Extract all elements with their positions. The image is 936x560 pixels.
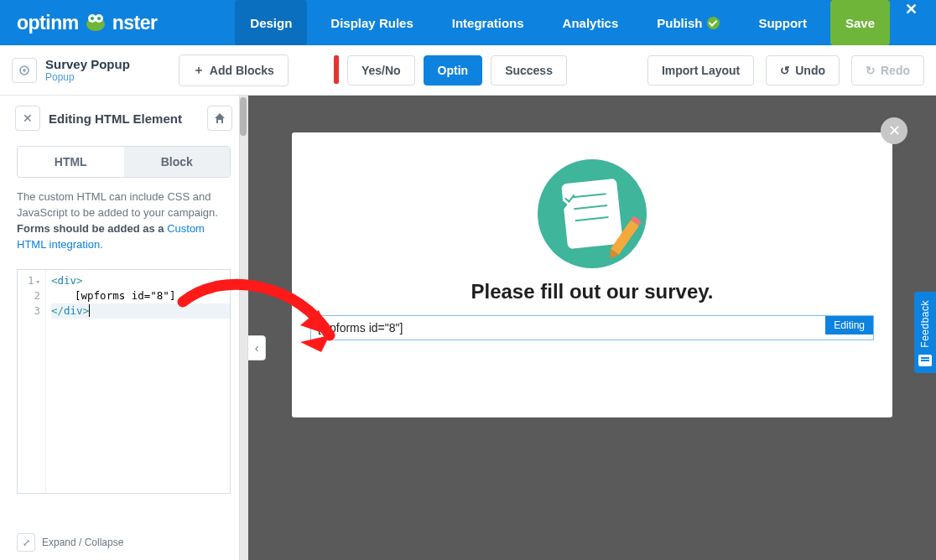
redo-button[interactable]: ↻Redo bbox=[851, 55, 924, 86]
desc-bold: Forms should be added as a bbox=[17, 222, 167, 235]
nav-integrations[interactable]: Integrations bbox=[437, 0, 539, 45]
fold-icon[interactable]: ▾ bbox=[36, 277, 40, 286]
sidebar-close-button[interactable]: ✕ bbox=[15, 106, 40, 131]
line-number-3: 3 bbox=[18, 303, 40, 319]
plus-icon: ＋ bbox=[193, 63, 205, 78]
code-l1-open: < bbox=[51, 274, 58, 287]
desc-text: The custom HTML can include CSS and Java… bbox=[17, 190, 218, 219]
mode-group: Yes/No Optin Success bbox=[334, 55, 567, 86]
tab-html[interactable]: HTML bbox=[18, 147, 124, 177]
campaign-card: Survey Popup Popup bbox=[12, 57, 130, 83]
logo: optinm nster bbox=[17, 12, 157, 34]
survey-clipboard-icon bbox=[538, 159, 647, 268]
feedback-label: Feedback bbox=[919, 300, 931, 348]
logo-monster-icon bbox=[84, 13, 107, 32]
campaign-gear-icon[interactable] bbox=[12, 58, 37, 83]
yesno-indicator bbox=[334, 55, 339, 84]
sidebar-footer: ⤢ Expand / Collapse bbox=[0, 528, 247, 560]
campaign-subtitle[interactable]: Popup bbox=[45, 71, 130, 83]
code-editor[interactable]: 1▾ 2 3 <div> [wpforms id="8"] </div> bbox=[17, 269, 231, 494]
campaign-title: Survey Popup bbox=[45, 57, 130, 71]
sidebar-header: ✕ Editing HTML Element bbox=[0, 96, 247, 141]
nav-publish-label: Publish bbox=[657, 16, 702, 30]
code-l3-open: </ bbox=[51, 304, 64, 317]
code-lines: <div> [wpforms id="8"] </div> bbox=[46, 270, 230, 319]
svg-point-6 bbox=[23, 69, 26, 72]
tab-block[interactable]: Block bbox=[124, 147, 231, 177]
nav-publish[interactable]: Publish bbox=[642, 0, 735, 45]
code-gutter: 1▾ 2 3 bbox=[18, 270, 46, 493]
redo-icon: ↻ bbox=[866, 64, 876, 77]
sidebar-scrollbar[interactable] bbox=[239, 96, 247, 560]
nav-analytics[interactable]: Analytics bbox=[548, 0, 634, 45]
svg-point-4 bbox=[97, 17, 101, 20]
feedback-tab[interactable]: Feedback bbox=[914, 292, 936, 373]
sidebar-description: The custom HTML can include CSS and Java… bbox=[0, 189, 247, 262]
logo-text-pre: optinm bbox=[17, 12, 79, 34]
mode-yesno-button[interactable]: Yes/No bbox=[347, 55, 415, 86]
top-nav: optinm nster Design Display Rules Integr… bbox=[0, 0, 936, 45]
nav-display-rules[interactable]: Display Rules bbox=[315, 0, 428, 45]
nav-items: Design Display Rules Integrations Analyt… bbox=[157, 0, 936, 45]
nav-support[interactable]: Support bbox=[743, 0, 822, 45]
sidebar-home-button[interactable] bbox=[207, 106, 232, 131]
expand-icon[interactable]: ⤢ bbox=[17, 533, 35, 552]
import-layout-button[interactable]: Import Layout bbox=[647, 55, 754, 86]
undo-label: Undo bbox=[795, 64, 825, 77]
mode-success-button[interactable]: Success bbox=[491, 55, 567, 86]
add-blocks-button[interactable]: ＋Add Blocks bbox=[179, 54, 289, 86]
publish-check-icon bbox=[707, 17, 720, 29]
undo-icon: ↺ bbox=[780, 64, 790, 77]
code-l1-tag: div bbox=[58, 274, 77, 287]
sidebar: ✕ Editing HTML Element HTML Block The cu… bbox=[0, 96, 248, 560]
redo-label: Redo bbox=[881, 64, 910, 77]
popup-close-button[interactable]: ✕ bbox=[881, 117, 907, 144]
shortcode-field[interactable]: [wpforms id="8"] Editing bbox=[310, 315, 874, 340]
collapse-sidebar-button[interactable]: ‹ bbox=[247, 335, 266, 360]
svg-point-3 bbox=[91, 17, 94, 20]
undo-button[interactable]: ↺Undo bbox=[766, 55, 840, 86]
code-l2: [wpforms id="8"] bbox=[51, 288, 230, 303]
chat-icon bbox=[918, 355, 932, 366]
expand-label[interactable]: Expand / Collapse bbox=[42, 537, 123, 548]
home-icon bbox=[214, 112, 226, 124]
code-l3-tag: div bbox=[64, 304, 83, 317]
save-button[interactable]: Save bbox=[830, 0, 890, 45]
canvas: ‹ ✕ Please fill out our survey. [wpforms… bbox=[248, 96, 936, 560]
shortcode-text: [wpforms id="8"] bbox=[318, 321, 403, 334]
sidebar-title: Editing HTML Element bbox=[49, 111, 199, 126]
sidebar-tabs: HTML Block bbox=[17, 146, 231, 178]
toolbar: Survey Popup Popup ＋Add Blocks Yes/No Op… bbox=[0, 45, 936, 96]
popup-preview[interactable]: ✕ Please fill out our survey. [wpforms i… bbox=[292, 132, 892, 417]
code-cursor bbox=[89, 304, 96, 317]
nav-design[interactable]: Design bbox=[235, 0, 307, 45]
add-blocks-label: Add Blocks bbox=[210, 64, 274, 77]
line-number-1: 1 bbox=[28, 274, 34, 287]
mode-optin-button[interactable]: Optin bbox=[424, 55, 483, 86]
main: ✕ Editing HTML Element HTML Block The cu… bbox=[0, 96, 936, 560]
editing-badge: Editing bbox=[825, 316, 873, 334]
logo-text-post: nster bbox=[112, 12, 158, 34]
popup-heading[interactable]: Please fill out our survey. bbox=[310, 280, 874, 303]
line-number-2: 2 bbox=[18, 288, 40, 303]
close-button[interactable]: ✕ bbox=[898, 0, 924, 45]
code-l1-close: > bbox=[76, 274, 83, 287]
